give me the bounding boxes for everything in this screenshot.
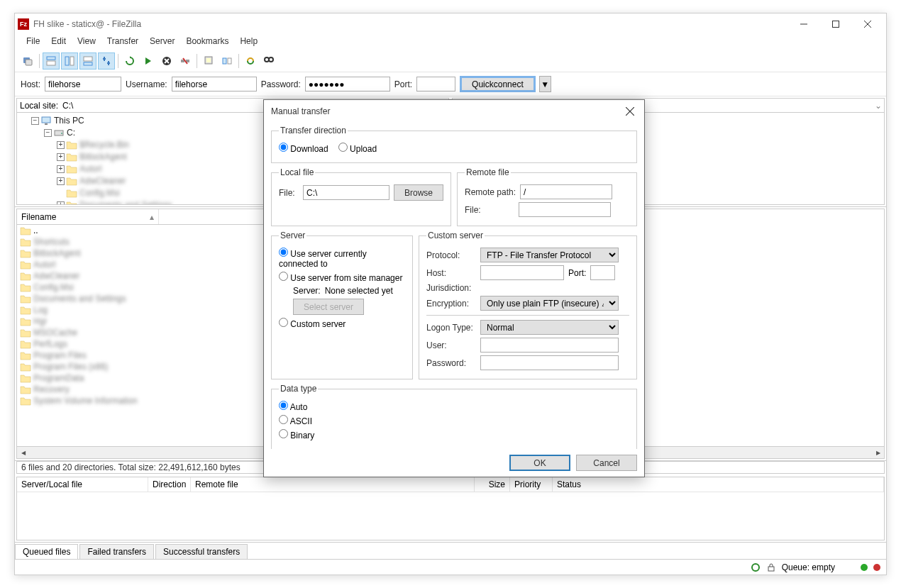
menu-view[interactable]: View (72, 35, 101, 50)
toggle-queue-icon[interactable] (79, 52, 96, 70)
svg-rect-8 (65, 57, 69, 65)
menu-transfer[interactable]: Transfer (101, 35, 144, 50)
cs-user-input[interactable] (480, 338, 619, 353)
menu-help[interactable]: Help (234, 35, 263, 50)
col-server-local[interactable]: Server/Local file (17, 477, 148, 492)
select-server-button[interactable]: Select server (293, 299, 364, 315)
queue-body[interactable] (17, 492, 884, 540)
close-button[interactable] (851, 14, 883, 34)
host-label: Host: (21, 79, 40, 89)
server-group: Server Use server currently connected to… (271, 231, 413, 379)
menu-server[interactable]: Server (144, 35, 180, 50)
remote-file-group: Remote file Remote path: File: (457, 167, 637, 226)
radio-upload[interactable]: Upload (338, 143, 377, 154)
jurisdiction-label: Jurisdiction: (426, 283, 476, 293)
menu-edit[interactable]: Edit (45, 35, 72, 50)
cs-host-label: Host: (426, 268, 476, 278)
radio-auto[interactable]: Auto (279, 401, 307, 412)
data-type-group: Data type Auto ASCII Binary (271, 384, 637, 449)
svg-rect-31 (768, 567, 774, 571)
svg-rect-6 (47, 57, 55, 60)
disconnect-icon[interactable] (177, 52, 194, 70)
queue-pane: Server/Local file Direction Remote file … (16, 477, 885, 540)
menu-file[interactable]: File (21, 35, 45, 50)
lock-icon (766, 562, 776, 572)
toggle-log-icon[interactable] (43, 52, 60, 70)
filename-column[interactable]: Filename▴ (17, 209, 159, 224)
local-file-label: File: (279, 188, 299, 198)
manual-transfer-dialog: Manual transfer Transfer direction Downl… (263, 99, 645, 477)
queue-header: Server/Local file Direction Remote file … (17, 477, 884, 492)
cs-pass-input[interactable] (480, 355, 619, 370)
browse-button[interactable]: Browse (394, 184, 443, 201)
remote-file-input[interactable] (519, 202, 611, 217)
quickconnect-button[interactable]: Quickconnect (460, 76, 536, 92)
radio-ascii[interactable]: ASCII (279, 415, 312, 426)
toolbar (15, 50, 886, 72)
reconnect-icon[interactable] (242, 52, 259, 70)
remote-path-label: Remote path: (465, 187, 516, 197)
tab-successful[interactable]: Successful transfers (155, 544, 248, 559)
col-remote-file[interactable]: Remote file (191, 477, 475, 492)
ok-button[interactable]: OK (509, 455, 570, 471)
logon-type-select[interactable]: Normal (480, 320, 619, 335)
radio-server-connected[interactable]: Use server currently connected to (279, 248, 405, 269)
server-none-text: None selected yet (325, 286, 393, 296)
settings-icon[interactable] (751, 562, 761, 572)
process-queue-icon[interactable] (140, 52, 157, 70)
username-input[interactable] (172, 77, 257, 91)
cs-user-label: User: (426, 340, 476, 350)
host-input[interactable] (45, 77, 121, 91)
app-icon: Fz (18, 18, 29, 30)
filter-icon[interactable] (200, 52, 217, 70)
cs-port-input[interactable] (590, 265, 615, 280)
status-dot-red (873, 564, 880, 571)
remote-file-label: File: (465, 205, 514, 215)
sync-browse-icon[interactable] (98, 52, 115, 70)
encryption-label: Encryption: (426, 299, 476, 309)
svg-rect-9 (70, 57, 74, 65)
port-input[interactable] (416, 77, 455, 91)
local-file-group: Local file File: Browse (271, 167, 451, 226)
cancel-icon[interactable] (158, 52, 175, 70)
toggle-tree-icon[interactable] (61, 52, 78, 70)
svg-rect-10 (84, 57, 92, 61)
svg-rect-7 (47, 61, 55, 65)
cs-port-label: Port: (568, 268, 586, 278)
chevron-down-icon[interactable]: ⌄ (872, 101, 884, 111)
queue-status-label: Queue: empty (782, 562, 835, 572)
encryption-select[interactable]: Only use plain FTP (insecure) ⚠ (480, 296, 619, 311)
site-manager-icon[interactable] (19, 52, 36, 70)
svg-rect-27 (45, 123, 48, 125)
cancel-button[interactable]: Cancel (576, 455, 637, 471)
radio-binary[interactable]: Binary (279, 429, 314, 440)
menu-bookmarks[interactable]: Bookmarks (180, 35, 234, 50)
maximize-button[interactable] (819, 14, 851, 34)
cs-host-input[interactable] (480, 265, 564, 280)
password-input[interactable] (305, 77, 390, 91)
compare-icon[interactable] (219, 52, 236, 70)
minimize-button[interactable] (787, 14, 819, 34)
svg-rect-21 (206, 58, 211, 62)
local-file-input[interactable] (303, 185, 389, 200)
dialog-title: Manual transfer (271, 106, 623, 116)
radio-server-sitemgr[interactable]: Use server from site manager (279, 272, 402, 283)
svg-point-25 (269, 57, 273, 62)
col-priority[interactable]: Priority (510, 477, 553, 492)
custom-server-group: Custom server Protocol: FTP - File Trans… (419, 231, 637, 379)
radio-custom-server[interactable]: Custom server (279, 318, 346, 329)
col-direction[interactable]: Direction (148, 477, 191, 492)
protocol-select[interactable]: FTP - File Transfer Protocol (480, 248, 619, 262)
search-icon[interactable] (260, 52, 277, 70)
tab-queued[interactable]: Queued files (15, 544, 78, 559)
radio-download[interactable]: Download (279, 143, 328, 154)
dialog-close-button[interactable] (623, 104, 637, 118)
quickconnect-dropdown[interactable]: ▼ (539, 76, 551, 92)
col-size[interactable]: Size (475, 477, 510, 492)
quickconnect-bar: Host: Username: Password: Port: Quickcon… (15, 72, 886, 96)
tab-failed[interactable]: Failed transfers (79, 544, 154, 559)
status-dot-green (861, 564, 868, 571)
col-status[interactable]: Status (553, 477, 884, 492)
remote-path-input[interactable] (520, 184, 612, 199)
refresh-icon[interactable] (121, 52, 138, 70)
